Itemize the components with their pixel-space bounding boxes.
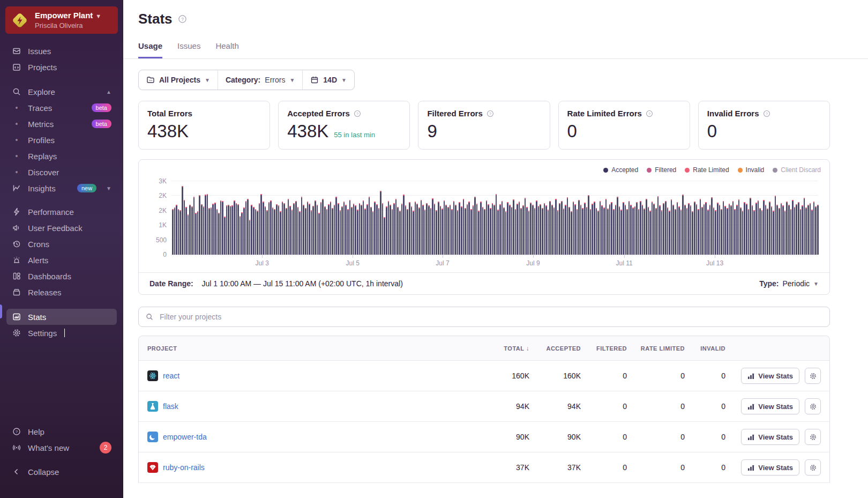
chart-bar: [338, 203, 339, 255]
chart-bar: [268, 202, 270, 255]
sidebar-item-whats-new[interactable]: What's new 2: [6, 440, 117, 456]
chart-bar: [619, 206, 620, 255]
bar-chart-icon: [747, 464, 754, 471]
sidebar-item-insights[interactable]: Insights new ▼: [6, 180, 117, 196]
chart-bar: [792, 200, 794, 255]
sidebar-item-crons[interactable]: Crons: [6, 236, 117, 252]
help-circle-icon[interactable]: ?: [354, 110, 361, 117]
chart-bar: [746, 204, 747, 255]
help-circle-icon[interactable]: ?: [487, 110, 494, 117]
sidebar: Empower Plant▼ Priscila Oliveira Issues …: [0, 0, 123, 498]
table-row: flask 94K 94K 0 0 0 View Stats: [139, 391, 829, 422]
search-input[interactable]: [159, 312, 823, 322]
sidebar-item-stats[interactable]: Stats: [6, 309, 117, 325]
sidebar-item-settings[interactable]: Settings: [6, 325, 117, 341]
column-header-total[interactable]: Total↓: [487, 345, 538, 352]
sidebar-item-help[interactable]: ? Help: [6, 423, 117, 440]
sidebar-item-label: Crons: [28, 240, 49, 249]
project-link[interactable]: ruby-on-rails: [163, 463, 205, 472]
sidebar-item-discover[interactable]: • Discover: [6, 164, 117, 180]
sidebar-collapse-button[interactable]: Collapse: [6, 464, 117, 480]
legend-item-filtered[interactable]: Filtered: [647, 166, 676, 174]
date-range-dropdown[interactable]: 14D ▼: [302, 70, 354, 90]
help-circle-icon[interactable]: ?: [178, 14, 187, 24]
sidebar-item-user-feedback[interactable]: User Feedback: [6, 220, 117, 236]
chart-bar: [574, 204, 576, 255]
legend-item-rate-limited[interactable]: Rate Limited: [685, 166, 729, 174]
chart-bar: [442, 209, 443, 255]
view-stats-button[interactable]: View Stats: [741, 429, 799, 445]
chart-bar: [520, 208, 522, 255]
sidebar-item-performance[interactable]: Performance: [6, 204, 117, 220]
chart-bar: [305, 208, 306, 255]
sidebar-item-projects[interactable]: Projects: [6, 59, 117, 75]
type-dropdown[interactable]: Type: Periodic ▼: [759, 279, 819, 288]
column-header-accepted[interactable]: Accepted: [538, 345, 589, 352]
help-circle-icon[interactable]: ?: [646, 110, 653, 117]
chart-bar: [211, 207, 212, 255]
help-circle-icon[interactable]: ?: [763, 110, 770, 117]
chart-bar: [548, 210, 549, 255]
filtered-cell: 0: [589, 463, 635, 472]
chart-bar: [786, 202, 788, 255]
chart-bar: [303, 205, 304, 255]
x-axis-label: Jul 9: [526, 259, 540, 267]
chart-bar: [407, 209, 408, 255]
category-filter-dropdown[interactable]: Category: Errors ▼: [218, 70, 302, 90]
text-caret: [64, 329, 65, 337]
sidebar-item-replays[interactable]: • Replays: [6, 148, 117, 164]
chart-bar: [357, 210, 358, 255]
chart-bar: [503, 207, 505, 255]
chart-bar: [297, 207, 299, 255]
column-header-rate-limited[interactable]: Rate Limited: [635, 345, 693, 352]
legend-item-client-discard[interactable]: Client Discard: [773, 166, 821, 174]
view-stats-button[interactable]: View Stats: [741, 398, 799, 414]
sidebar-item-profiles[interactable]: • Profiles: [6, 132, 117, 148]
chart-bar: [517, 204, 518, 255]
chart-bar: [311, 210, 312, 255]
chart-bar: [759, 208, 761, 255]
project-filter-dropdown[interactable]: All Projects ▼: [139, 70, 218, 90]
folder-icon: [146, 76, 155, 84]
legend-item-accepted[interactable]: Accepted: [603, 166, 638, 174]
chevron-down-icon: ▼: [289, 77, 295, 83]
chart-bar: [376, 204, 378, 255]
chart-bar: [380, 191, 381, 255]
sidebar-item-dashboards[interactable]: Dashboards: [6, 268, 117, 284]
project-link[interactable]: flask: [163, 402, 178, 411]
chart-bar: [611, 202, 612, 255]
chart-footer: Date Range: Jul 1 10:00 AM — Jul 15 11:0…: [139, 272, 829, 294]
sidebar-item-explore[interactable]: Explore ▲: [6, 84, 117, 100]
tab-health[interactable]: Health: [215, 41, 238, 58]
chart-bar: [434, 204, 436, 255]
view-stats-button[interactable]: View Stats: [741, 368, 799, 384]
project-settings-button[interactable]: [805, 429, 821, 445]
sidebar-item-issues[interactable]: Issues: [6, 43, 117, 59]
column-header-filtered[interactable]: Filtered: [589, 345, 635, 352]
tab-usage[interactable]: Usage: [138, 41, 162, 58]
column-header-invalid[interactable]: Invalid: [693, 345, 734, 352]
sidebar-item-alerts[interactable]: Alerts: [6, 252, 117, 268]
bar-chart-icon: [747, 373, 754, 380]
sidebar-item-releases[interactable]: Releases: [6, 284, 117, 300]
legend-item-invalid[interactable]: Invalid: [738, 166, 765, 174]
project-settings-button[interactable]: [805, 398, 821, 414]
tab-issues[interactable]: Issues: [177, 41, 200, 58]
view-stats-button[interactable]: View Stats: [741, 459, 799, 475]
project-settings-button[interactable]: [805, 459, 821, 475]
org-name: Empower Plant: [35, 11, 93, 20]
project-link[interactable]: empower-tda: [163, 433, 207, 441]
sidebar-item-metrics[interactable]: • Metrics beta: [6, 116, 117, 132]
chart-bar: [626, 209, 628, 255]
sidebar-item-label: Discover: [28, 168, 59, 177]
chart-bar: [197, 211, 199, 255]
org-switcher[interactable]: Empower Plant▼ Priscila Oliveira: [5, 6, 118, 34]
accepted-cell: 160K: [538, 371, 589, 380]
project-settings-button[interactable]: [805, 368, 821, 384]
y-axis-label: 0: [163, 251, 167, 258]
project-link[interactable]: react: [163, 371, 179, 380]
sidebar-item-traces[interactable]: • Traces beta: [6, 100, 117, 116]
chart-bar: [682, 195, 684, 255]
chart-bar: [643, 209, 645, 255]
column-header-project[interactable]: Project: [139, 345, 487, 352]
